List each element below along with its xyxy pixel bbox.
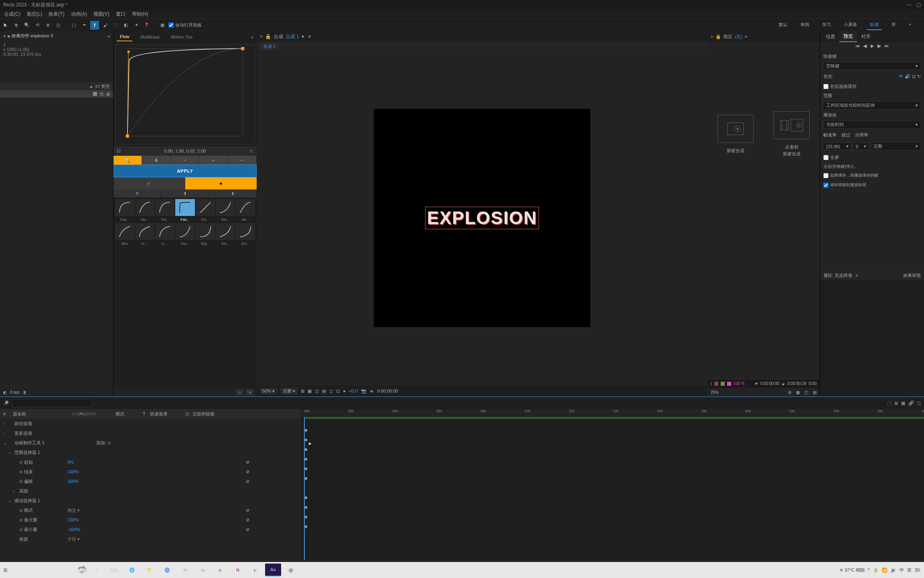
project-item-row[interactable]: 合 ⊞ xyxy=(0,90,113,98)
quality-dropdown[interactable]: 完整 ▾ xyxy=(280,387,298,395)
effects-presets-label[interactable]: 效果和预 xyxy=(903,273,921,279)
zoom-dropdown[interactable]: 50% ▾ xyxy=(260,388,277,395)
color-mgmt-icon[interactable]: ● xyxy=(343,389,346,393)
new-comp-button[interactable]: 新建合成 xyxy=(715,115,756,154)
tl-toggle-3[interactable]: ▦ xyxy=(901,401,905,406)
workspace-library[interactable]: 库 xyxy=(888,20,899,30)
preset-refresh-btn[interactable]: ↻ xyxy=(113,189,161,197)
channel-icon[interactable]: ◫ xyxy=(315,389,319,394)
tl-toggle-2[interactable]: ⊞ xyxy=(894,401,898,406)
range-dropdown[interactable]: 工作区域按当前时间延伸▾ xyxy=(823,101,921,110)
clone-tool[interactable]: ⬚ xyxy=(111,21,120,30)
prop-value[interactable]: 100% xyxy=(67,517,79,522)
rotate-tool[interactable]: ⊕ xyxy=(43,21,52,30)
viewer-timecode[interactable]: 0:00:00:00 xyxy=(377,389,398,393)
preset-item[interactable] xyxy=(216,199,235,216)
workspace-more[interactable]: » xyxy=(906,20,914,30)
expand-icon[interactable]: ⌄ xyxy=(3,440,8,446)
keyframe-icon[interactable] xyxy=(304,458,308,461)
mask-icon[interactable]: ▦ xyxy=(308,389,312,394)
keyframe-icon[interactable] xyxy=(304,438,308,442)
expand-icon[interactable]: › xyxy=(3,488,13,493)
preset-upload-btn[interactable]: ⬆ xyxy=(161,189,209,197)
preset-item[interactable] xyxy=(175,223,195,240)
link-icon[interactable]: ⊘ xyxy=(246,508,249,513)
prop-row[interactable]: 动画制作工具 1 xyxy=(8,440,72,446)
bpc-label[interactable]: 8 bpc xyxy=(10,390,20,395)
flow-plus-btn[interactable]: + xyxy=(246,389,253,395)
mini-marker-icon[interactable]: ⬘ xyxy=(755,381,758,386)
puppet-tool[interactable]: 📍 xyxy=(142,21,151,30)
task-edge[interactable]: 🌀 xyxy=(159,564,175,576)
tray-ime[interactable]: 英 xyxy=(907,567,912,573)
workspace-small[interactable]: 小屏幕 xyxy=(841,20,860,30)
flow-both-arrow-btn[interactable]: ↔ xyxy=(199,156,228,165)
task-taskview[interactable]: ▢▢ xyxy=(106,564,122,576)
preset-item[interactable] xyxy=(236,199,255,216)
auto-open-panels-checkbox[interactable] xyxy=(168,22,174,28)
tray-wifi-icon[interactable]: 📶 xyxy=(882,568,888,573)
keyframe-icon[interactable] xyxy=(304,496,308,499)
fullscreen-checkbox[interactable] xyxy=(823,155,829,160)
flow-graph[interactable] xyxy=(115,44,255,144)
orbit-tool[interactable]: ⟲ xyxy=(33,21,42,30)
menu-view[interactable]: 视图(V) xyxy=(91,10,112,18)
prop-value[interactable]: 100% xyxy=(67,479,79,484)
preset-item[interactable] xyxy=(135,223,154,240)
timeline-tracks[interactable]: 00s 02s 04s 06s 08s 10s 12s 14s 16s 18s … xyxy=(301,409,924,560)
expand-icon[interactable]: ⌄ xyxy=(3,450,8,455)
multiease-tab[interactable]: MultiEase xyxy=(137,33,163,41)
mini-pct-25[interactable]: 25% xyxy=(711,390,719,395)
keyframe-icon[interactable] xyxy=(304,515,308,519)
tl-search-icon[interactable]: 🔎 xyxy=(3,401,9,406)
mini-icon-3[interactable]: ◫ xyxy=(804,390,808,395)
task-mail[interactable]: ✉ xyxy=(177,564,193,576)
expand-icon[interactable]: ⌄ xyxy=(3,498,8,503)
task-shark-icon[interactable]: 🦈 xyxy=(77,565,87,575)
keyframe-icon[interactable] xyxy=(304,448,308,451)
col-tag-icon[interactable]: 🏷 xyxy=(95,84,99,89)
camera-tool[interactable]: ◫ xyxy=(54,21,63,30)
preset-item[interactable] xyxy=(155,223,174,240)
fps-dropdown[interactable]: (23.98)▾ xyxy=(823,142,851,150)
roto-tool[interactable]: ✦ xyxy=(132,21,141,30)
motiontoo-tab[interactable]: Motion Too xyxy=(168,33,196,41)
preset-download-btn[interactable]: ⬇ xyxy=(209,189,257,197)
prop-value[interactable]: -100% xyxy=(67,527,80,532)
link-icon[interactable]: ⊘ xyxy=(246,479,249,484)
panel-menu-icon[interactable]: » xyxy=(107,34,110,39)
task-aftereffects[interactable]: Ae xyxy=(265,564,281,576)
mini-icon-2[interactable]: ▦ xyxy=(796,390,800,395)
expand-icon[interactable]: › xyxy=(3,421,8,426)
flow-left-arrow-btn[interactable]: ← xyxy=(228,156,257,165)
prop-row[interactable]: ⊙ 最小量 xyxy=(3,527,67,533)
preview-tab[interactable]: 预览 xyxy=(839,31,857,42)
preset-item[interactable] xyxy=(236,223,255,240)
mini-icon-4[interactable]: ▤ xyxy=(813,390,817,395)
preset-item[interactable] xyxy=(155,199,174,216)
grid-icon[interactable]: ⊞ xyxy=(301,389,304,394)
link-icon[interactable]: ⊘ xyxy=(246,469,249,474)
task-browser[interactable]: 🌐 xyxy=(124,564,140,576)
preset-item[interactable] xyxy=(196,199,215,216)
viewer-comp-name[interactable]: 合成 1 xyxy=(286,33,299,40)
link-icon[interactable]: ⊘ xyxy=(246,527,249,532)
preset-item[interactable] xyxy=(135,199,154,216)
region-icon[interactable]: ◻ xyxy=(329,389,333,394)
include-loop-icon[interactable]: ↻ xyxy=(917,74,921,79)
keyframe-icon[interactable] xyxy=(304,506,308,509)
flow-favorite-icon[interactable]: ☆ xyxy=(249,149,253,154)
skip-dropdown[interactable]: 0▾ xyxy=(853,142,869,150)
snapshot-icon[interactable]: 📷 xyxy=(361,389,367,394)
preset-item-selected[interactable] xyxy=(175,199,195,216)
task-cortana[interactable]: ○ xyxy=(89,564,105,576)
prop-row[interactable]: 摆动选择器 1 xyxy=(8,498,72,504)
flow-tab[interactable]: Flow xyxy=(117,33,132,41)
col-mode[interactable]: 模式 xyxy=(116,411,140,417)
new-from-footage-button[interactable]: 从素材 新建合成 xyxy=(772,111,812,157)
preset-item[interactable] xyxy=(115,199,134,216)
prop-row[interactable]: 范围选择器 1 xyxy=(8,450,72,456)
viewer-lock-icon[interactable]: 🔒 xyxy=(265,34,271,39)
col-type-label[interactable]: 类型 xyxy=(101,83,110,90)
tray-up-icon[interactable]: ^ xyxy=(868,568,870,572)
